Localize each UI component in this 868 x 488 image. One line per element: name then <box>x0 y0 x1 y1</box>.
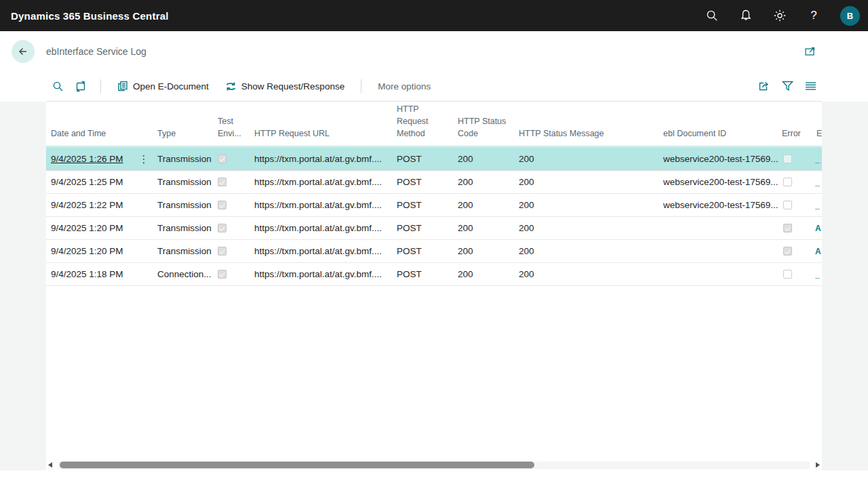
scroll-left-arrow[interactable] <box>46 460 54 470</box>
account-avatar[interactable]: B <box>840 6 860 26</box>
table-header-row: Date and Time Type Test Envi... HTTP Req… <box>46 102 822 146</box>
search-icon[interactable] <box>705 8 719 23</box>
cell-request-url: https://txm.portal.at/at.gv.bmf.... <box>252 240 394 262</box>
test-environment-checkbox <box>215 148 252 170</box>
cell-clipped-next-column: A <box>815 217 822 239</box>
table-body: 9/4/2025 1:26 PM⋮Transmissionhttps://txm… <box>46 146 822 286</box>
cell-doc-id <box>660 240 779 262</box>
test-environment-checkbox <box>215 240 252 262</box>
cell-clipped-next-column: A <box>815 240 822 262</box>
open-edocument-label: Open E-Document <box>133 81 209 92</box>
cell-type: Connection... <box>155 263 215 285</box>
column-header-test-env[interactable]: Test Envi... <box>215 102 252 146</box>
command-bar-strip: Open E-Document Show Request/Response Mo… <box>0 71 868 102</box>
back-button[interactable] <box>12 40 35 63</box>
cell-status-message: 200 <box>516 263 660 285</box>
cell-doc-id: webservice200-test-17569... <box>660 194 779 216</box>
record-link[interactable]: 9/4/2025 1:26 PM <box>51 154 123 164</box>
topbar-actions: ? B <box>705 6 860 26</box>
cell-date: 9/4/2025 1:22 PM <box>46 194 133 216</box>
row-context-menu-icon[interactable]: ⋮ <box>136 154 152 164</box>
table-row[interactable]: 9/4/2025 1:22 PMTransmissionhttps://txm.… <box>46 194 822 217</box>
show-request-response-label: Show Request/Response <box>241 81 344 92</box>
cell-request-url: https://txm.portal.at/at.gv.bmf.... <box>252 263 394 285</box>
cell-doc-id: webservice200-test-17569... <box>660 171 779 193</box>
column-header-error[interactable]: Error <box>779 102 815 146</box>
cell-doc-id <box>660 217 779 239</box>
show-request-response-button[interactable]: Show Request/Response <box>217 76 353 96</box>
test-environment-checkbox <box>218 224 226 232</box>
column-header-method[interactable]: HTTP Request Method <box>394 102 455 146</box>
cell-type: Transmission <box>155 194 215 216</box>
search-list-icon[interactable] <box>46 76 69 96</box>
scrollbar-track[interactable] <box>58 462 810 469</box>
share-icon[interactable] <box>753 76 776 96</box>
test-environment-checkbox <box>218 247 226 256</box>
swap-arrows-icon <box>225 81 237 92</box>
table-row[interactable]: 9/4/2025 1:20 PMTransmissionhttps://txm.… <box>46 240 822 263</box>
error-checkbox <box>783 224 792 232</box>
open-in-new-window-icon[interactable] <box>805 46 817 57</box>
cell-status-message: 200 <box>516 171 660 193</box>
cell-request-url: https://txm.portal.at/at.gv.bmf.... <box>252 171 394 193</box>
app-top-bar: Dynamics 365 Business Central ? B <box>0 0 868 31</box>
error-checkbox <box>783 270 792 279</box>
list-view-icon[interactable] <box>799 76 822 96</box>
table-row[interactable]: 9/4/2025 1:20 PMTransmissionhttps://txm.… <box>46 217 822 240</box>
cell-type: Transmission <box>155 171 215 193</box>
column-header-url[interactable]: HTTP Request URL <box>252 102 394 146</box>
column-header-menu <box>133 102 155 146</box>
cell-type: Transmission <box>155 148 215 170</box>
test-environment-checkbox <box>215 171 252 193</box>
cell-request-method: POST <box>394 263 455 285</box>
settings-icon[interactable] <box>772 8 787 23</box>
horizontal-scrollbar[interactable] <box>46 460 822 470</box>
cell-date: 9/4/2025 1:26 PM <box>46 148 133 170</box>
cell-request-method: POST <box>394 240 455 262</box>
cell-status-code: 200 <box>455 263 516 285</box>
cell-status-code: 200 <box>455 148 516 170</box>
help-icon[interactable]: ? <box>806 8 821 23</box>
error-checkbox <box>779 263 815 285</box>
cell-clipped-next-column: _ <box>815 148 822 170</box>
row-menu: ⋮ <box>133 148 155 170</box>
column-header-date[interactable]: Date and Time <box>46 102 133 146</box>
column-header-doc-id[interactable]: ebl Document ID <box>660 102 779 146</box>
list-panel: Date and Time Type Test Envi... HTTP Req… <box>46 102 822 470</box>
error-checkbox <box>783 178 792 186</box>
cell-request-url: https://txm.portal.at/at.gv.bmf.... <box>252 194 394 216</box>
test-environment-checkbox <box>215 217 252 239</box>
column-header-type[interactable]: Type <box>155 102 215 146</box>
notifications-icon[interactable] <box>738 8 753 23</box>
cell-date: 9/4/2025 1:18 PM <box>46 263 133 285</box>
test-environment-checkbox <box>215 263 252 285</box>
column-header-status-message[interactable]: HTTP Status Message <box>516 102 660 146</box>
cell-clipped-next-column: _ <box>815 194 822 216</box>
test-environment-checkbox <box>218 155 226 163</box>
table-row[interactable]: 9/4/2025 1:26 PM⋮Transmissionhttps://txm… <box>46 146 822 171</box>
more-options-button[interactable]: More options <box>370 81 439 92</box>
column-header-status-code[interactable]: HTTP Status Code <box>455 102 516 146</box>
cell-request-method: POST <box>394 217 455 239</box>
test-environment-checkbox <box>218 201 226 209</box>
error-checkbox <box>783 201 792 209</box>
column-header-clipped: E <box>815 102 822 146</box>
row-menu <box>133 263 155 285</box>
error-checkbox <box>779 240 815 262</box>
bottom-strip <box>0 470 868 488</box>
test-environment-checkbox <box>218 178 226 186</box>
table-row[interactable]: 9/4/2025 1:18 PMConnection...https://txm… <box>46 263 822 286</box>
copy-document-icon <box>117 81 128 92</box>
table-row[interactable]: 9/4/2025 1:25 PMTransmissionhttps://txm.… <box>46 171 822 194</box>
open-edocument-button[interactable]: Open E-Document <box>109 76 217 96</box>
error-checkbox <box>783 247 792 256</box>
cell-doc-id <box>660 263 779 285</box>
error-checkbox <box>779 217 815 239</box>
scrollbar-thumb[interactable] <box>60 462 534 468</box>
cell-request-url: https://txm.portal.at/at.gv.bmf.... <box>252 148 394 170</box>
cell-clipped-next-column: _ <box>815 263 822 285</box>
back-arrow-icon <box>17 45 29 58</box>
analyze-icon[interactable] <box>69 76 92 96</box>
filter-icon[interactable] <box>776 76 799 96</box>
scroll-right-arrow[interactable] <box>814 460 822 470</box>
